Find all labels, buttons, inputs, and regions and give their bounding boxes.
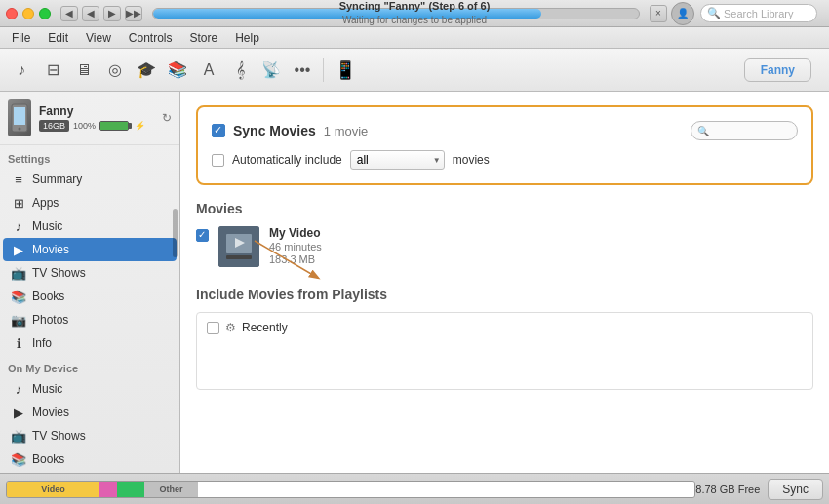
sidebar-item-label-music: Music <box>32 219 62 233</box>
summary-icon: ≡ <box>11 172 26 187</box>
device-storage: 16GB 100% ⚡ <box>39 120 162 132</box>
apps-icon: ⊞ <box>11 195 26 211</box>
fwd-arrow-left[interactable]: ◀ <box>82 6 99 21</box>
movie-thumbnail <box>218 226 259 267</box>
movies-device-icon: ▶ <box>11 405 26 420</box>
movies-icon: ▶ <box>11 242 26 257</box>
video-label: Video <box>41 485 64 494</box>
books-device-icon: 📚 <box>11 451 26 467</box>
sidebar-item-label-photos: Photos <box>32 313 68 327</box>
sidebar-scrollbar[interactable] <box>173 209 178 257</box>
storage-bar-row: Video Other <box>6 481 695 498</box>
sync-checkbox[interactable] <box>212 124 225 137</box>
battery-pct: 100% <box>73 121 96 131</box>
menu-help[interactable]: Help <box>227 29 267 47</box>
sidebar-item-movies-device[interactable]: ▶ Movies <box>3 401 177 424</box>
library-icon[interactable]: ⊟ <box>39 57 66 84</box>
learn-icon[interactable]: 🎓 <box>133 57 160 84</box>
main-layout: Fanny 16GB 100% ⚡ ↻ Settings ≡ Summary ⊞ <box>0 92 829 473</box>
content-area: Sync Movies 1 movie 🔍 Automatically incl… <box>180 92 829 473</box>
sidebar-item-books-device[interactable]: 📚 Books <box>3 447 177 471</box>
menu-edit[interactable]: Edit <box>40 29 76 47</box>
playlists-section: Include Movies from Playlists ⚙ Recently <box>196 287 813 390</box>
main-title-text: Syncing "Fanny" (Step 6 of 6) <box>339 0 491 14</box>
svg-rect-6 <box>226 255 252 259</box>
refresh-icon[interactable]: ↻ <box>162 111 172 125</box>
close-button[interactable] <box>6 8 18 19</box>
titlebar: ◀ ◀ ▶ ▶▶ × Syncing "Fanny" (Step 6 of 6)… <box>0 0 829 27</box>
nav-arrows[interactable]: ◀ ◀ ▶ ▶▶ <box>60 6 142 21</box>
sidebar-item-label-movies-device: Movies <box>32 406 69 419</box>
menu-controls[interactable]: Controls <box>121 29 180 47</box>
sync-box: Sync Movies 1 movie 🔍 Automatically incl… <box>196 105 813 185</box>
text-icon[interactable]: A <box>195 57 222 84</box>
sidebar-item-books[interactable]: 📚 Books <box>3 285 177 308</box>
progress-close-button[interactable]: × <box>650 5 667 22</box>
books-icon[interactable]: 📚 <box>164 57 191 84</box>
wifi-icon[interactable]: 📡 <box>257 57 285 84</box>
sidebar-item-label-tvshows: TV Shows <box>32 266 86 280</box>
auto-select-wrapper[interactable]: all 1 most recent 3 most recent 5 most r… <box>350 150 445 170</box>
sidebar-item-tvshows[interactable]: 📺 TV Shows <box>3 261 177 285</box>
storage-badge: 16GB <box>39 120 69 132</box>
menu-store[interactable]: Store <box>182 29 226 47</box>
sidebar: Fanny 16GB 100% ⚡ ↻ Settings ≡ Summary ⊞ <box>0 92 180 473</box>
minimize-button[interactable] <box>22 8 34 19</box>
fwd-arrow[interactable]: ▶ <box>103 6 121 21</box>
battery-fill <box>100 122 128 130</box>
music-nav-icon: ♪ <box>11 218 26 234</box>
content-search-box[interactable]: 🔍 <box>691 121 798 140</box>
storage-display: Video Other <box>6 481 695 498</box>
menubar: File Edit View Controls Store Help <box>0 27 829 49</box>
seg-green <box>117 482 144 497</box>
device-name: Fanny <box>39 104 162 118</box>
device-tab[interactable]: Fanny <box>744 58 811 82</box>
ffwd-arrow[interactable]: ▶▶ <box>125 6 142 21</box>
note-icon[interactable]: 𝄞 <box>226 57 254 84</box>
display-icon[interactable]: 🖥 <box>70 57 98 84</box>
photos-icon: 📷 <box>11 312 26 328</box>
settings-label: Settings <box>0 145 179 168</box>
sidebar-item-apps[interactable]: ⊞ Apps <box>3 191 177 214</box>
content-search-icon: 🔍 <box>697 126 709 136</box>
maximize-button[interactable] <box>39 8 51 19</box>
movie-item: My Video 46 minutes 183.3 MB <box>196 226 813 267</box>
sidebar-item-info[interactable]: ℹ Info <box>3 331 177 355</box>
music-icon[interactable]: ♪ <box>8 57 35 84</box>
sidebar-item-summary[interactable]: ≡ Summary <box>3 168 177 191</box>
movie-checkbox-my-video[interactable] <box>196 229 209 242</box>
info-icon: ℹ <box>11 335 26 351</box>
window-controls[interactable] <box>6 8 51 19</box>
playlist-checkbox-recently[interactable] <box>207 322 219 334</box>
auto-include-row: Automatically include all 1 most recent … <box>212 150 798 170</box>
menu-file[interactable]: File <box>4 29 38 47</box>
auto-movies-label: movies <box>453 153 490 167</box>
movies-section: Movies My Video 46 minutes <box>196 201 813 267</box>
battery-arrow: ⚡ <box>135 121 145 131</box>
sidebar-item-tvshows-device[interactable]: 📺 TV Shows <box>3 424 177 447</box>
sidebar-item-label-books: Books <box>32 290 64 303</box>
sync-button[interactable]: Sync <box>768 479 823 500</box>
battery-bar <box>99 121 129 131</box>
books-nav-icon: 📚 <box>11 289 26 304</box>
auto-include-checkbox[interactable] <box>212 154 224 167</box>
device-details: Fanny 16GB 100% ⚡ <box>39 104 162 132</box>
auto-select[interactable]: all 1 most recent 3 most recent 5 most r… <box>350 150 445 170</box>
sidebar-item-photos[interactable]: 📷 Photos <box>3 308 177 331</box>
sidebar-item-movies[interactable]: ▶ Movies <box>3 238 177 261</box>
seg-video: Video <box>7 482 99 497</box>
radio-icon[interactable]: ◎ <box>101 57 129 84</box>
sub-title-text: Waiting for changes to be applied <box>339 14 491 27</box>
back-arrow[interactable]: ◀ <box>60 6 78 21</box>
sidebar-item-label-music-device: Music <box>32 382 62 396</box>
movie-size: 183.3 MB <box>269 253 322 265</box>
sidebar-item-music-device[interactable]: ♪ Music <box>3 377 177 401</box>
playlists-title: Include Movies from Playlists <box>196 287 813 302</box>
menu-view[interactable]: View <box>78 29 119 47</box>
tvshows-device-icon: 📺 <box>11 428 26 444</box>
sidebar-item-audiobooks-device[interactable]: 🎧 Audiobooks <box>3 471 177 473</box>
search-box[interactable]: 🔍 Search Library <box>700 4 817 22</box>
more-icon[interactable]: ••• <box>289 57 316 84</box>
account-icon[interactable]: 👤 <box>671 2 694 25</box>
sidebar-item-music[interactable]: ♪ Music <box>3 214 177 238</box>
